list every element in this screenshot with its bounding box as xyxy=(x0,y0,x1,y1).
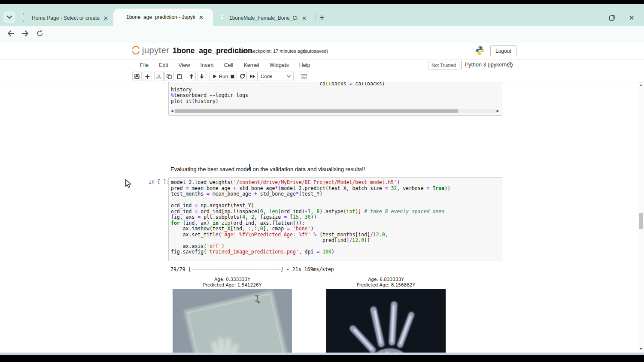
autosave-status: (autosaved) xyxy=(303,48,328,54)
tab-close-button[interactable] xyxy=(301,15,307,21)
mouse-cursor-ibeam xyxy=(254,295,260,304)
cell-type-select[interactable]: Code xyxy=(258,72,294,81)
forward-button[interactable] xyxy=(18,30,33,39)
restart-run-all-button[interactable] xyxy=(248,72,258,81)
jupyter-logo-icon xyxy=(132,47,140,54)
cut-cell-button[interactable] xyxy=(154,72,164,81)
jupyter-logo[interactable]: jupyter xyxy=(132,45,170,55)
browser-tab-strip: Home Page - Select or create a 1bone_age… xyxy=(0,4,644,26)
paste-cell-button[interactable] xyxy=(175,72,184,81)
logout-button[interactable]: Logout xyxy=(490,45,516,56)
screen: Home Page - Select or create a 1bone_age… xyxy=(0,0,644,362)
scroll-left-icon[interactable]: ◀ xyxy=(170,109,174,113)
menu-view[interactable]: View xyxy=(173,62,195,68)
restart-icon xyxy=(240,74,245,79)
page-scrollbar[interactable]: ▲ ▼ xyxy=(638,82,644,353)
reload-button[interactable] xyxy=(33,30,47,39)
xray-image-infant-hand xyxy=(173,289,292,355)
close-window-button[interactable]: ✕ xyxy=(626,14,637,22)
cell-horizontal-scrollbar[interactable]: ◀ ▶ xyxy=(170,109,500,113)
save-icon xyxy=(134,74,140,79)
back-button[interactable] xyxy=(3,30,18,39)
tab-divider xyxy=(316,14,316,21)
kernel-status-icon xyxy=(507,62,513,67)
notebook-toolbar: Run Code xyxy=(0,70,644,82)
menu-file[interactable]: File xyxy=(135,62,154,68)
scissors-icon xyxy=(156,74,161,79)
figure-title-right: Age: 6.833333Y Predicted Age: 8.156882Y xyxy=(326,277,446,287)
forward-icon xyxy=(22,30,29,36)
jupyter-page: jupyter 1bone_age_prediction Last Checkp… xyxy=(0,43,644,355)
cell-type-value: Code xyxy=(261,74,273,79)
notebook-content: callbacks = callbacks)history%tensorboar… xyxy=(0,82,638,355)
not-trusted-badge[interactable]: Not Trusted xyxy=(428,61,459,69)
kernel-name: Python 3 (ipykernel) xyxy=(465,62,513,68)
text-caret xyxy=(249,164,250,169)
jupyter-favicon-icon xyxy=(22,15,29,21)
python-logo-icon xyxy=(475,45,485,56)
stop-icon xyxy=(231,75,234,78)
notebook-favicon-icon xyxy=(220,15,227,21)
cell-prompt: In [ ]: xyxy=(149,179,169,185)
scroll-up-icon[interactable]: ▲ xyxy=(638,83,644,87)
tab-bone-age-prediction[interactable]: 1bone_age_prediction - Jupyter xyxy=(113,9,213,26)
run-label: Run xyxy=(219,74,228,79)
restore-button[interactable] xyxy=(609,16,614,21)
tab-title: 1boneMale_Female_Bone_Class xyxy=(229,15,298,21)
menu-kernel[interactable]: Kernel xyxy=(238,62,264,68)
code-editor[interactable]: model_2.load_weights('/content/drive/MyD… xyxy=(169,178,502,255)
menu-edit[interactable]: Edit xyxy=(154,62,173,68)
fast-forward-icon xyxy=(250,74,255,78)
output-progress-text: 79/79 [==============================] -… xyxy=(170,266,334,272)
menu-widgets[interactable]: Widgets xyxy=(264,62,294,68)
reload-icon xyxy=(36,30,43,37)
command-palette-button[interactable] xyxy=(299,72,309,81)
mouse-cursor-arrow xyxy=(125,179,133,188)
scrollbar-thumb[interactable] xyxy=(175,109,458,113)
menu-cell[interactable]: Cell xyxy=(219,62,239,68)
scroll-right-icon[interactable]: ▶ xyxy=(496,109,500,113)
tab-search-button[interactable] xyxy=(3,11,15,23)
menu-insert[interactable]: Insert xyxy=(195,62,219,68)
move-cell-up-button[interactable] xyxy=(187,72,196,81)
notebook-favicon-icon xyxy=(117,14,124,21)
keyboard-icon xyxy=(301,74,307,78)
code-editor[interactable]: callbacks = callbacks)history%tensorboar… xyxy=(169,82,502,104)
kernel-divider xyxy=(462,61,462,69)
chevron-down-icon xyxy=(7,15,12,19)
scrollbar-thumb[interactable] xyxy=(639,213,643,229)
close-icon xyxy=(302,16,306,20)
arrow-down-icon xyxy=(200,74,204,79)
move-cell-down-button[interactable] xyxy=(197,72,206,81)
close-icon xyxy=(199,15,203,19)
new-tab-button[interactable]: + xyxy=(319,13,325,23)
markdown-cell[interactable]: Evaluating the best saved model on the v… xyxy=(170,166,365,172)
paste-icon xyxy=(177,74,182,79)
restart-kernel-button[interactable] xyxy=(238,72,247,81)
minimize-button[interactable]: — xyxy=(586,15,597,22)
code-cell-input-1[interactable]: callbacks = callbacks)history%tensorboar… xyxy=(168,82,502,116)
tab-home-page[interactable]: Home Page - Select or create a xyxy=(19,10,112,26)
code-cell-input-2[interactable]: model_2.load_weights('/content/drive/MyD… xyxy=(168,177,502,261)
plus-icon xyxy=(145,74,150,79)
checkpoint-status: Last Checkpoint: 17 minutes ago xyxy=(237,48,305,54)
save-button[interactable] xyxy=(132,72,142,81)
run-icon xyxy=(213,74,217,78)
interrupt-kernel-button[interactable] xyxy=(228,72,237,81)
window-controls: — ✕ xyxy=(586,9,644,27)
tab-male-female-bone-class[interactable]: 1boneMale_Female_Bone_Class xyxy=(216,10,312,26)
back-icon xyxy=(7,30,14,36)
tab-close-button[interactable] xyxy=(197,14,204,21)
tab-close-button[interactable] xyxy=(103,15,109,21)
jupyter-logo-text: jupyter xyxy=(142,45,170,55)
menu-bar: File Edit View Insert Cell Kernel Widget… xyxy=(0,59,644,70)
menu-help[interactable]: Help xyxy=(294,62,316,68)
copy-cell-button[interactable] xyxy=(164,72,174,81)
add-cell-button[interactable] xyxy=(143,72,152,81)
chevron-down-icon xyxy=(287,75,291,78)
tab-title: Home Page - Select or create a xyxy=(32,15,100,21)
letterbox-bottom xyxy=(0,355,644,362)
xray-image-child-hand: L E I xyxy=(326,289,446,355)
letterbox-top xyxy=(0,0,644,4)
scroll-down-icon[interactable]: ▼ xyxy=(638,347,644,351)
